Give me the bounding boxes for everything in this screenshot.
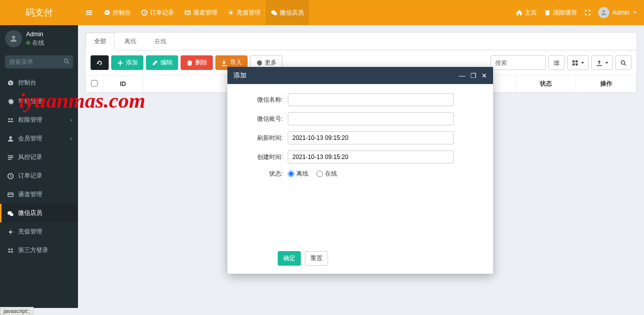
sidebar-item[interactable]: 通道管理 — [0, 185, 78, 204]
clear-cache-link[interactable]: 清除缓存 — [544, 0, 577, 25]
chevron-down-icon — [605, 62, 608, 64]
sun-icon — [227, 9, 234, 16]
add-modal: 添加 — ❐ ✕ 微信名称: 微信账号: 刷新时间: 创建时间: 状态: 离线 — [227, 67, 493, 274]
col-status[interactable]: 状态 — [516, 75, 576, 93]
sidebar-item[interactable]: 常规管理‹ — [0, 92, 78, 111]
radio-offline-label[interactable]: 离线 — [288, 170, 308, 178]
radio-online[interactable] — [316, 171, 323, 177]
select-all-checkbox[interactable] — [91, 80, 98, 87]
sidebar-item[interactable]: 订单记录 — [0, 167, 78, 185]
status-dot — [26, 41, 30, 45]
refresh-icon — [96, 59, 103, 66]
sidebar-item-label: 充值管理 — [18, 227, 42, 236]
edit-button[interactable]: 编辑 — [146, 55, 178, 70]
chevron-left-icon: ‹ — [70, 117, 72, 123]
add-label: 添加 — [126, 58, 138, 67]
clock-icon — [141, 9, 148, 16]
nav-recharge[interactable]: 充值管理 — [222, 0, 266, 25]
trash-icon — [544, 9, 551, 16]
menu-item-icon — [7, 247, 14, 254]
avatar-icon — [598, 7, 609, 18]
svg-point-12 — [9, 248, 11, 250]
wechat-name-input[interactable] — [288, 93, 454, 106]
wechat-account-input[interactable] — [288, 112, 454, 125]
view-list-button[interactable] — [548, 55, 565, 70]
svg-rect-1 — [185, 11, 191, 15]
menu-item-icon — [7, 135, 14, 142]
delete-button[interactable]: 删除 — [181, 55, 213, 70]
wechat-icon — [271, 9, 278, 16]
ok-button[interactable]: 确定 — [278, 251, 301, 266]
nav-orders[interactable]: 订单记录 — [136, 0, 179, 25]
menu-item-icon — [7, 80, 14, 87]
edit-label: 编辑 — [160, 58, 173, 67]
col-id[interactable]: ID — [103, 75, 143, 93]
nav-channels[interactable]: 通道管理 — [179, 0, 222, 25]
sidebar-item-label: 权限管理 — [18, 116, 42, 124]
import-label: 导入 — [230, 58, 242, 67]
brand-logo[interactable]: 码支付 — [0, 0, 78, 25]
create-time-input[interactable] — [288, 150, 454, 164]
tab-all[interactable]: 全部 — [86, 33, 115, 50]
close-button[interactable]: ✕ — [481, 72, 487, 79]
plus-icon — [117, 59, 124, 66]
download-icon — [221, 59, 228, 66]
search-button[interactable] — [615, 55, 631, 70]
minimize-button[interactable]: — — [459, 72, 465, 79]
menu-item-icon — [7, 98, 14, 105]
grid-icon — [572, 59, 579, 66]
view-grid-button[interactable] — [567, 55, 589, 70]
svg-point-4 — [12, 36, 15, 39]
maximize-button[interactable]: ❐ — [470, 72, 476, 79]
more-label: 更多 — [265, 58, 277, 67]
refresh-button[interactable] — [91, 55, 109, 70]
fullscreen-button[interactable] — [584, 0, 591, 25]
gear-icon — [256, 59, 263, 66]
table-search-input[interactable] — [491, 55, 546, 70]
sidebar-item[interactable]: 权限管理‹ — [0, 111, 78, 129]
svg-point-14 — [621, 60, 625, 64]
col-action[interactable]: 操作 — [576, 75, 636, 93]
tab-online[interactable]: 在线 — [146, 33, 175, 50]
radio-online-label[interactable]: 在线 — [316, 170, 337, 178]
sidebar-search-button[interactable] — [63, 58, 70, 66]
nav-label: 充值管理 — [236, 9, 261, 17]
menu-icon — [86, 9, 93, 16]
home-icon — [516, 9, 523, 16]
label-wechat-name: 微信名称: — [243, 96, 288, 104]
refresh-time-input[interactable] — [288, 131, 454, 144]
list-icon — [553, 59, 560, 66]
nav-wechat-clerk[interactable]: 微信店员 — [266, 0, 309, 25]
reset-button[interactable]: 重置 — [305, 251, 328, 266]
home-link[interactable]: 主页 — [516, 0, 537, 25]
menu-item-icon — [7, 117, 14, 124]
sidebar-item-label: 会员管理 — [18, 134, 42, 143]
user-status: 在线 — [32, 39, 44, 47]
add-button[interactable]: 添加 — [111, 55, 143, 70]
sidebar-item-label: 控制台 — [18, 78, 36, 87]
admin-name: Admin — [612, 9, 629, 16]
clear-cache-label: 清除缓存 — [553, 9, 577, 17]
sidebar-item[interactable]: 会员管理‹ — [0, 129, 78, 148]
chevron-down-icon — [581, 62, 584, 64]
sidebar-item[interactable]: 微信店员 — [0, 204, 78, 222]
sidebar-toggle[interactable] — [86, 0, 99, 25]
radio-offline[interactable] — [288, 171, 294, 177]
dashboard-icon — [104, 9, 111, 16]
tab-offline[interactable]: 离线 — [116, 33, 145, 50]
export-button[interactable] — [591, 55, 613, 70]
sidebar-item[interactable]: 风控记录 — [0, 148, 78, 167]
sidebar: Admin 在线 控制台常规管理‹权限管理‹会员管理‹风控记录订单记录通道管理微… — [0, 25, 78, 308]
user-avatar — [5, 30, 22, 47]
sidebar-item[interactable]: 第三方登录 — [0, 241, 78, 260]
export-icon — [596, 59, 603, 66]
nav-dashboard[interactable]: 控制台 — [99, 0, 136, 25]
label-create-time: 创建时间: — [243, 153, 288, 162]
user-menu[interactable]: Admin — [598, 7, 636, 18]
menu-item-icon — [7, 154, 14, 161]
sidebar-item-label: 风控记录 — [18, 153, 42, 162]
nav-label: 控制台 — [113, 9, 131, 17]
sidebar-item[interactable]: 控制台 — [0, 73, 78, 92]
sidebar-item[interactable]: 充值管理 — [0, 222, 78, 241]
sidebar-item-label: 通道管理 — [18, 190, 42, 199]
